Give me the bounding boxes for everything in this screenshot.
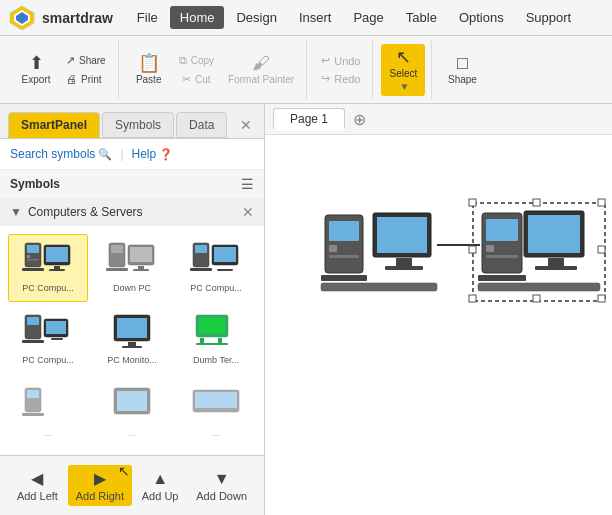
symbol-label: Dumb Ter... <box>193 355 239 365</box>
svg-rect-33 <box>128 342 136 346</box>
svg-rect-54 <box>396 258 412 266</box>
select-dropdown-arrow[interactable]: ▼ <box>398 81 410 92</box>
list-item[interactable]: PC Compu... <box>8 306 88 374</box>
svg-rect-32 <box>117 318 147 338</box>
add-up-icon: ▲ <box>152 470 168 488</box>
menu-insert[interactable]: Insert <box>289 6 342 29</box>
svg-rect-66 <box>535 266 577 270</box>
shape-group: □ Shape <box>434 40 490 99</box>
svg-rect-24 <box>217 269 233 271</box>
redo-button[interactable]: ↪ Redo <box>315 70 366 87</box>
category-expand-icon[interactable]: ▼ <box>10 205 22 219</box>
svg-rect-48 <box>329 221 359 241</box>
add-left-icon: ◀ <box>31 469 43 488</box>
svg-rect-11 <box>49 269 65 271</box>
undo-button[interactable]: ↩ Undo <box>315 52 366 69</box>
print-button[interactable]: 🖨 Print <box>60 71 108 87</box>
share-button[interactable]: ↗ Share <box>60 52 112 69</box>
symbol-label: ... <box>128 428 136 438</box>
svg-rect-30 <box>51 338 63 340</box>
bottom-toolbar: ◀ Add Left ▶ Add Right ↖ ▲ Add Up ▼ Add … <box>0 455 264 515</box>
tab-symbols[interactable]: Symbols <box>102 112 174 138</box>
redo-icon: ↪ <box>321 72 330 85</box>
svg-rect-59 <box>486 219 518 241</box>
list-item[interactable]: ... <box>176 379 256 447</box>
list-item[interactable]: Down PC <box>92 234 172 302</box>
canvas-svg <box>265 135 612 514</box>
menu-file[interactable]: File <box>127 6 168 29</box>
symbol-img-pc3 <box>190 241 242 281</box>
help-text: Help <box>132 147 157 161</box>
export-group: ⬆ Export ↗ Share 🖨 Print <box>8 40 119 99</box>
add-right-button[interactable]: ▶ Add Right ↖ <box>68 465 132 506</box>
list-item[interactable]: PC Compu... <box>176 234 256 302</box>
menu-page[interactable]: Page <box>343 6 393 29</box>
symbol-label: PC Monito... <box>107 355 157 365</box>
logo-icon <box>8 4 36 32</box>
help-link[interactable]: Help ❓ <box>132 147 174 161</box>
add-down-button[interactable]: ▼ Add Down <box>188 466 255 506</box>
list-item[interactable]: PC Compu... <box>8 234 88 302</box>
help-icon: ❓ <box>159 148 173 161</box>
canvas-page-tab[interactable]: Page 1 <box>273 108 345 130</box>
svg-rect-27 <box>22 340 44 343</box>
symbols-menu-icon[interactable]: ☰ <box>241 176 254 192</box>
svg-rect-20 <box>195 245 207 253</box>
tab-data[interactable]: Data <box>176 112 227 138</box>
category-title: Computers & Servers <box>28 205 242 219</box>
share-icon: ↗ <box>66 54 75 67</box>
category-close-button[interactable]: ✕ <box>242 204 254 220</box>
symbol-img-pc4 <box>22 313 74 353</box>
list-item[interactable]: ... <box>8 379 88 447</box>
menu-home[interactable]: Home <box>170 6 225 29</box>
svg-rect-23 <box>214 247 236 262</box>
search-symbols-link[interactable]: Search symbols 🔍 <box>10 147 112 161</box>
menu-support[interactable]: Support <box>516 6 582 29</box>
svg-rect-36 <box>199 318 225 334</box>
menubar: smartdraw File Home Design Insert Page T… <box>0 0 612 36</box>
select-button[interactable]: ↖ Select ▼ <box>381 44 425 96</box>
svg-rect-4 <box>27 245 39 253</box>
svg-rect-74 <box>533 295 540 302</box>
svg-rect-49 <box>329 245 337 252</box>
menu-design[interactable]: Design <box>226 6 286 29</box>
menu-table[interactable]: Table <box>396 6 447 29</box>
shape-button[interactable]: □ Shape <box>440 50 484 89</box>
paste-button[interactable]: 📋 Paste <box>127 50 171 89</box>
export-button[interactable]: ⬆ Export <box>14 50 58 89</box>
list-item[interactable]: PC Monito... <box>92 306 172 374</box>
svg-rect-62 <box>478 275 526 281</box>
symbols-title: Symbols <box>10 177 241 191</box>
add-up-button[interactable]: ▲ Add Up <box>134 466 187 506</box>
tab-smartpanel[interactable]: SmartPanel <box>8 112 100 138</box>
list-item[interactable]: Dumb Ter... <box>176 306 256 374</box>
copy-button[interactable]: ⧉ Copy <box>173 52 220 69</box>
symbol-grid: PC Compu... Down PC <box>0 226 264 455</box>
cursor-indicator: ↖ <box>118 463 130 479</box>
svg-rect-17 <box>138 266 144 269</box>
menu-options[interactable]: Options <box>449 6 514 29</box>
add-left-label: Add Left <box>17 490 58 502</box>
symbol-img-pc1 <box>22 241 74 281</box>
list-item[interactable]: ... <box>92 379 172 447</box>
format-painter-button[interactable]: 🖌 Format Painter <box>222 50 300 89</box>
canvas-content[interactable] <box>265 135 612 514</box>
panel-close-button[interactable]: ✕ <box>236 113 256 137</box>
cut-button[interactable]: ✂ Cut <box>173 71 220 88</box>
svg-rect-42 <box>22 413 44 416</box>
add-left-button[interactable]: ◀ Add Left <box>9 465 66 506</box>
svg-rect-5 <box>27 255 30 258</box>
svg-rect-21 <box>190 268 212 271</box>
add-page-button[interactable]: ⊕ <box>349 109 369 129</box>
app-logo: smartdraw <box>8 4 113 32</box>
undo-icon: ↩ <box>321 54 330 67</box>
svg-rect-14 <box>106 268 128 271</box>
paste-icon: 📋 <box>138 54 160 72</box>
svg-rect-65 <box>548 258 564 266</box>
svg-rect-75 <box>469 246 476 253</box>
svg-rect-6 <box>27 259 39 261</box>
select-group: ↖ Select ▼ <box>375 40 432 99</box>
symbol-label: Down PC <box>113 283 151 293</box>
toolbar: ⬆ Export ↗ Share 🖨 Print 📋 Paste ⧉ Copy <box>0 36 612 104</box>
undo-redo-group: ↩ Undo ↪ Redo <box>309 40 373 99</box>
